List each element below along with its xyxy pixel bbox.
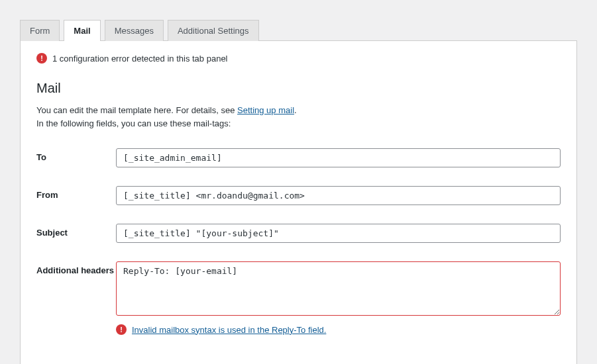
row-subject: Subject xyxy=(36,224,561,243)
setting-up-mail-link[interactable]: Setting up mail xyxy=(237,105,294,115)
field-from xyxy=(116,186,561,205)
label-from: From xyxy=(36,186,116,200)
subject-input[interactable] xyxy=(116,224,561,243)
tab-panel-mail: ! 1 configuration error detected in this… xyxy=(20,40,577,364)
tab-label: Form xyxy=(30,26,50,36)
error-icon: ! xyxy=(116,324,127,335)
tab-label: Additional Settings xyxy=(178,26,249,36)
tab-mail[interactable]: Mail xyxy=(64,20,100,41)
tab-label: Mail xyxy=(74,26,90,36)
tab-messages[interactable]: Messages xyxy=(105,20,164,41)
row-from: From xyxy=(36,186,561,205)
tab-form[interactable]: Form xyxy=(20,20,60,41)
desc-prefix: You can edit the mail template here. For… xyxy=(36,105,237,115)
additional-headers-textarea[interactable]: Reply-To: [your-email] xyxy=(116,261,561,316)
section-description: You can edit the mail template here. For… xyxy=(36,104,561,130)
config-error-alert: ! 1 configuration error detected in this… xyxy=(36,53,561,69)
label-to: To xyxy=(36,148,116,162)
field-to xyxy=(116,148,561,167)
field-subject xyxy=(116,224,561,243)
error-link[interactable]: Invalid mailbox syntax is used in the Re… xyxy=(132,325,326,335)
label-additional-headers: Additional headers xyxy=(36,261,116,275)
additional-headers-error: ! Invalid mailbox syntax is used in the … xyxy=(116,324,561,335)
label-subject: Subject xyxy=(36,224,116,238)
alert-text: 1 configuration error detected in this t… xyxy=(52,54,228,64)
to-input[interactable] xyxy=(116,148,561,167)
field-additional-headers: Reply-To: [your-email] ! Invalid mailbox… xyxy=(116,261,561,335)
tab-bar: Form Mail Messages Additional Settings xyxy=(20,20,577,41)
form-rows: To From Subject Additional headers Reply… xyxy=(36,148,561,335)
desc-line2: In the following fields, you can use the… xyxy=(36,118,231,128)
section-title: Mail xyxy=(36,81,561,96)
row-additional-headers: Additional headers Reply-To: [your-email… xyxy=(36,261,561,335)
tab-additional-settings[interactable]: Additional Settings xyxy=(168,20,259,41)
row-to: To xyxy=(36,148,561,167)
tab-label: Messages xyxy=(115,26,154,36)
error-icon: ! xyxy=(36,53,47,64)
from-input[interactable] xyxy=(116,186,561,205)
desc-suffix: . xyxy=(294,105,297,115)
